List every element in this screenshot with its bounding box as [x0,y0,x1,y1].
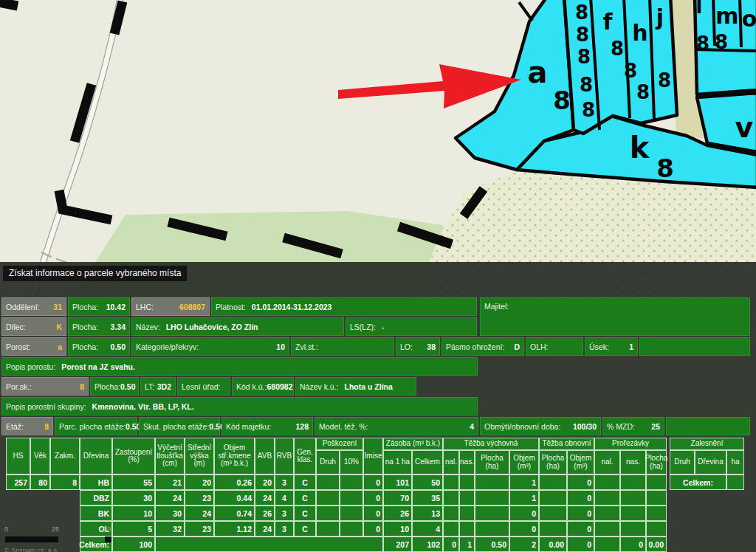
table-cell: 1 [509,490,539,506]
table-cell: 1.12 [214,521,255,537]
table-header: Celkem [412,450,443,475]
table-cell [620,506,646,521]
table-cell: C [294,475,316,490]
field-usek: Úsek:1 [585,337,638,356]
field-dilec: Dílec:K [1,317,66,336]
scale-bar-segment [105,537,111,542]
svg-text:8: 8 [580,74,593,96]
table-header: Těžba obnovní [539,438,594,450]
svg-text:8: 8 [658,69,671,92]
svg-text:8: 8 [611,38,624,60]
parcel-label-j: j [656,4,664,30]
scale-bar-segment [5,537,58,542]
table-cell: 3 [275,521,294,537]
table-cell: 257 [6,475,30,490]
field-zvlst: Zvl.st.: [291,337,394,356]
cursor-tooltip: Získat informace o parcele vybraného mís… [3,266,187,281]
table-cell [620,475,646,490]
table-cell: C [294,490,316,506]
table-cell [459,506,475,521]
table-cell: 0 [509,506,539,521]
field-olh: OLH: [526,337,583,356]
table-cell: C [294,506,316,521]
field-kod-ku: Kód k.ú.:680982 [232,377,294,396]
table-header: Výčetní tloušťka (cm) [155,438,185,475]
table-header: Plocha (ha) [475,450,509,475]
table-cell [620,521,646,537]
table-header: nal. [443,450,459,475]
table-header: Zastoupení (%) [112,438,155,475]
table-cell: 0 [567,537,594,552]
table-cell [594,490,620,506]
table-cell: 70 [383,490,412,506]
table-cell: 13 [412,506,443,521]
field-plocha-oddeleni: Plocha:10.42 [68,297,130,316]
table-cell: 23 [185,490,214,506]
table-cell: 0 [363,506,383,521]
table-cell: 207 [383,537,412,552]
table-cell: 0 [363,521,383,537]
field-kod-majetku: Kód majetku:128 [221,417,313,435]
table-header: Dřevina [80,438,112,475]
svg-text:8: 8 [577,46,591,68]
svg-text:8: 8 [656,153,674,183]
parcel-label-m: m [715,3,738,29]
table-cell [155,537,383,552]
table-cell: HB [80,475,112,490]
table-cell: 100 [112,537,155,552]
table-header: Plocha (ha) [646,450,667,475]
table-cell: 0 [363,490,383,506]
table-cell: 30 [155,506,185,521]
table-cell [459,490,475,506]
table-cell: 24 [255,521,275,537]
table-cell: 20 [255,475,275,490]
table-cell: 102 [412,537,443,552]
table-cell: 23 [185,521,214,537]
table-cell [539,521,567,537]
table-cell: 0 [567,475,594,490]
table-header: 10% [340,450,363,475]
svg-text:8: 8 [575,1,588,24]
table-cell [594,506,620,521]
svg-text:8: 8 [582,99,595,121]
field-mzd: % MZD:25 [602,417,664,435]
field-platnost: Platnost:01.01.2014-31.12.2023 [211,297,477,316]
table-header: nal. [594,450,620,475]
table-cell: 0 [567,506,594,521]
table-header: Druh [316,450,340,475]
scale-tick-0: 0 [4,525,8,533]
table-cell: 35 [412,490,443,506]
table-cell: C [294,521,316,537]
table-cell: 0.74 [214,506,255,521]
table-header: AVB [255,438,275,475]
table-cell [620,490,646,506]
field-plocha-porsk: Plocha:0.50 [90,377,139,396]
table-cell [340,521,363,537]
table-cell [475,521,509,537]
table-cell [443,521,459,537]
table-cell: 0 [567,490,594,506]
field-lo: LO:38 [396,337,440,356]
table-cell: 80 [30,475,50,490]
table-cell: 0 [363,475,383,490]
table-cell [475,506,509,521]
field-majitel: Majitel: [480,297,750,336]
svg-text:8: 8 [636,81,650,103]
table-cell: 21 [155,475,185,490]
parcel-label-h: h [632,20,647,46]
svg-text:8: 8 [696,32,709,55]
field-value: 31 [53,303,62,311]
zalesneni-total-label: Celkem: [670,475,726,490]
field-plocha-porost: Plocha:0.50 [68,337,130,356]
table-header: Střední výška (m) [185,438,214,475]
table-cell [539,490,567,506]
table-cell [443,475,459,490]
table-cell: 26 [255,506,275,521]
table-cell: 30 [112,490,155,506]
table-cell: 10 [112,506,155,521]
field-etaz: Etáž:8 [1,417,53,435]
table-cell [443,506,459,521]
table-header: Objem stř.kmene (m³ b.k.) [214,438,255,475]
table-header: Objem (m³) [509,450,539,475]
table-cell: 32 [155,521,185,537]
